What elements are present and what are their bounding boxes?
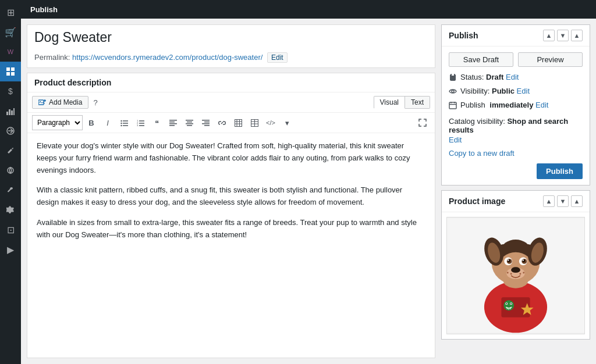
- publish-panel-header: Publish ▲ ▼ ▲: [442, 25, 590, 47]
- payments-icon[interactable]: $: [0, 81, 21, 101]
- svg-rect-36: [204, 125, 210, 126]
- svg-rect-30: [187, 122, 192, 123]
- svg-rect-31: [186, 123, 193, 124]
- product-image-panel-down-button[interactable]: ▼: [557, 195, 569, 207]
- editor-toolbar-top: Add Media ? Visual Text: [27, 92, 435, 113]
- permalink-url[interactable]: https://wcvendors.rymeradev2.com/product…: [72, 53, 262, 62]
- italic-button[interactable]: I: [100, 115, 115, 130]
- tab-visual[interactable]: Visual: [374, 96, 405, 109]
- publish-footer: Publish: [449, 163, 583, 179]
- catalog-visibility: Catalog visibility: Shop and search resu…: [449, 117, 583, 144]
- svg-rect-3: [11, 72, 15, 76]
- tab-text[interactable]: Text: [405, 96, 430, 109]
- svg-point-86: [519, 273, 521, 275]
- customize-icon[interactable]: [0, 141, 21, 160]
- insert-table-button[interactable]: [230, 115, 246, 130]
- publish-panel-body: Save Draft Preview Status: Draft: [442, 47, 590, 185]
- svg-rect-26: [169, 122, 175, 123]
- copy-draft-container: Copy to a new draft: [449, 149, 583, 163]
- blocks-icon[interactable]: ⊡: [0, 220, 21, 240]
- editor-content[interactable]: Elevate your dog's winter style with our…: [27, 133, 435, 248]
- svg-rect-7: [13, 108, 15, 115]
- code-button[interactable]: </>: [263, 115, 278, 130]
- status-label: Status: Draft Edit: [460, 73, 519, 81]
- product-image-container[interactable]: [446, 217, 585, 334]
- publish-meta: Status: Draft Edit Visibility:: [449, 73, 583, 111]
- paragraph-2: With a classic knit pattern, ribbed cuff…: [37, 184, 425, 209]
- add-media-button[interactable]: Add Media: [32, 96, 88, 109]
- publish-time-edit-link[interactable]: Edit: [535, 101, 548, 109]
- add-media-label: Add Media: [49, 98, 82, 106]
- svg-rect-32: [187, 125, 192, 126]
- svg-rect-2: [6, 72, 10, 76]
- copy-draft-link[interactable]: Copy to a new draft: [449, 149, 515, 158]
- marketing-icon[interactable]: [0, 121, 21, 141]
- svg-point-78: [523, 259, 524, 260]
- svg-point-9: [8, 167, 13, 173]
- svg-rect-0: [6, 67, 10, 71]
- catalog-visibility-label: Catalog visibility:: [449, 117, 505, 126]
- publish-panel-controls: ▲ ▼ ▲: [543, 30, 583, 41]
- svg-point-70: [511, 267, 520, 273]
- product-image-panel-toggle-button[interactable]: ▲: [571, 195, 583, 207]
- paragraph-3: Available in sizes from small to extra-l…: [37, 217, 425, 241]
- publish-time-icon: [449, 101, 457, 111]
- preview-button[interactable]: Preview: [518, 52, 583, 67]
- bold-button[interactable]: B: [84, 115, 99, 130]
- permalink: Permalink: https://wcvendors.rymeradev2.…: [27, 50, 435, 67]
- align-left-button[interactable]: [165, 115, 180, 130]
- panel-collapse-down-button[interactable]: ▼: [557, 30, 569, 41]
- panel-collapse-up-button[interactable]: ▲: [543, 30, 555, 41]
- product-image-panel-up-button[interactable]: ▲: [543, 195, 555, 207]
- analytics-icon[interactable]: [0, 101, 21, 121]
- status-icon: [449, 73, 457, 83]
- format-select[interactable]: Paragraph: [32, 115, 83, 130]
- product-image: [447, 217, 584, 334]
- product-image-panel: Product image ▲ ▼ ▲: [441, 190, 590, 340]
- orders-icon[interactable]: 🛒: [0, 22, 21, 42]
- visual-text-tabs: Visual Text: [374, 96, 430, 109]
- publish-time-row: Publish immediately Edit: [449, 101, 583, 111]
- product-image-panel-header: Product image ▲ ▼ ▲: [442, 191, 590, 212]
- svg-rect-22: [139, 123, 144, 124]
- dashboard-icon[interactable]: ⊞: [0, 2, 21, 22]
- insert-column-button[interactable]: [247, 115, 262, 130]
- svg-point-13: [120, 120, 122, 121]
- settings-icon[interactable]: [0, 200, 21, 220]
- products-icon[interactable]: [0, 62, 21, 81]
- visibility-row: Visibility: Public Edit: [449, 87, 583, 97]
- permalink-edit-button[interactable]: Edit: [267, 52, 288, 63]
- publish-panel: Publish ▲ ▼ ▲ Save Draft Preview: [441, 24, 590, 185]
- publish-panel-title: Publish: [449, 31, 543, 40]
- align-right-button[interactable]: [198, 115, 213, 130]
- appearance-icon[interactable]: [0, 160, 21, 180]
- svg-rect-29: [186, 120, 193, 121]
- product-image-panel-body: [442, 212, 590, 339]
- status-label-text: Status:: [460, 73, 484, 81]
- post-title-input[interactable]: [27, 25, 435, 50]
- panel-toggle-button[interactable]: ▲: [571, 30, 583, 41]
- play-icon[interactable]: ▶: [0, 240, 21, 259]
- svg-rect-33: [202, 120, 210, 121]
- align-center-button[interactable]: [182, 115, 197, 130]
- title-section: Permalink: https://wcvendors.rymeradev2.…: [27, 24, 435, 68]
- save-draft-button[interactable]: Save Draft: [449, 52, 513, 67]
- fullscreen-button[interactable]: [415, 115, 430, 130]
- visibility-edit-link[interactable]: Edit: [517, 87, 530, 95]
- link-button[interactable]: [214, 115, 229, 130]
- svg-rect-20: [139, 120, 144, 122]
- svg-rect-5: [9, 109, 10, 115]
- more-button[interactable]: ▾: [279, 115, 295, 130]
- catalog-visibility-edit-link[interactable]: Edit: [449, 135, 462, 144]
- tools-icon[interactable]: [0, 180, 21, 200]
- woo-icon[interactable]: W: [0, 42, 21, 62]
- ordered-list-button[interactable]: 1.2.3.: [133, 115, 148, 130]
- status-edit-link[interactable]: Edit: [506, 73, 519, 81]
- unordered-list-button[interactable]: [116, 115, 132, 130]
- product-image-panel-controls: ▲ ▼ ▲: [543, 195, 583, 207]
- publish-button[interactable]: Publish: [537, 163, 583, 179]
- svg-point-84: [510, 273, 512, 275]
- svg-point-58: [506, 303, 507, 304]
- publish-time-value: immediately: [489, 101, 533, 109]
- blockquote-button[interactable]: ❝: [149, 115, 164, 130]
